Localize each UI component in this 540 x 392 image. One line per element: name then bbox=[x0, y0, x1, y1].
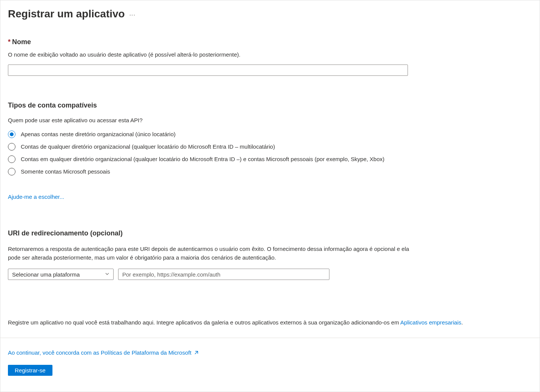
redirect-uri-description: Retornaremos a resposta de autenticação … bbox=[8, 245, 415, 262]
radio-personal-only[interactable]: Somente contas Microsoft pessoais bbox=[8, 168, 532, 175]
name-input[interactable] bbox=[8, 65, 408, 76]
required-asterisk: * bbox=[8, 38, 11, 46]
name-description: O nome de exibição voltado ao usuário de… bbox=[8, 51, 532, 58]
divider bbox=[0, 338, 540, 338]
platform-select[interactable]: Selecionar uma plataforma bbox=[8, 269, 114, 280]
account-types-heading: Tipos de conta compatíveis bbox=[8, 101, 532, 109]
register-button[interactable]: Registrar-se bbox=[8, 365, 52, 376]
radio-label: Contas em qualquer diretório organizacio… bbox=[21, 155, 385, 163]
radio-label: Somente contas Microsoft pessoais bbox=[21, 168, 110, 175]
radio-icon bbox=[8, 131, 15, 138]
name-section: *Nome O nome de exibição voltado ao usuá… bbox=[8, 38, 532, 76]
gallery-note: Registre um aplicativo no qual você está… bbox=[8, 319, 532, 326]
account-types-radio-group: Apenas contas neste diretório organizaci… bbox=[8, 130, 532, 175]
redirect-uri-input[interactable] bbox=[118, 269, 329, 280]
platform-policy-link[interactable]: Ao continuar, você concorda com as Polít… bbox=[8, 349, 199, 356]
name-label: *Nome bbox=[8, 38, 532, 46]
redirect-uri-section: URI de redirecionamento (opcional) Retor… bbox=[8, 229, 532, 280]
radio-multi-tenant-personal[interactable]: Contas em qualquer diretório organizacio… bbox=[8, 155, 532, 163]
account-types-question: Quem pode usar este aplicativo ou acessa… bbox=[8, 117, 532, 123]
radio-label: Apenas contas neste diretório organizaci… bbox=[21, 130, 175, 138]
radio-icon bbox=[8, 143, 15, 151]
radio-label: Contas de qualquer diretório organizacio… bbox=[21, 143, 275, 151]
enterprise-apps-link[interactable]: Aplicativos empresariais bbox=[400, 319, 462, 326]
account-types-section: Tipos de conta compatíveis Quem pode usa… bbox=[8, 101, 532, 200]
external-link-icon bbox=[194, 350, 199, 355]
chevron-down-icon bbox=[105, 272, 109, 277]
more-icon[interactable]: ··· bbox=[129, 9, 135, 18]
page-title: Registrar um aplicativo bbox=[8, 8, 125, 20]
radio-icon bbox=[8, 168, 15, 175]
platform-select-label: Selecionar uma plataforma bbox=[12, 271, 80, 278]
radio-icon bbox=[8, 155, 15, 163]
radio-single-tenant[interactable]: Apenas contas neste diretório organizaci… bbox=[8, 130, 532, 138]
radio-multi-tenant[interactable]: Contas de qualquer diretório organizacio… bbox=[8, 143, 532, 151]
help-me-choose-link[interactable]: Ajude-me a escolher... bbox=[8, 194, 64, 200]
redirect-uri-heading: URI de redirecionamento (opcional) bbox=[8, 229, 532, 237]
